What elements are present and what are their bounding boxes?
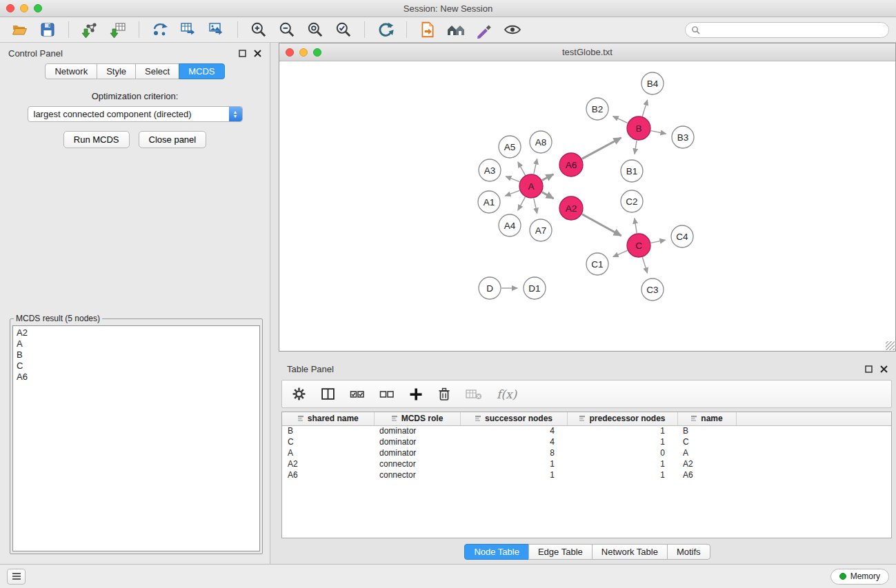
graph-edge[interactable] xyxy=(651,240,666,243)
table-cell[interactable]: dominator xyxy=(374,447,460,458)
table-cell[interactable]: dominator xyxy=(374,436,460,447)
table-cell[interactable]: 1 xyxy=(567,425,677,436)
tab-node-table[interactable]: Node Table xyxy=(464,544,529,560)
table-cell[interactable]: C xyxy=(677,436,736,447)
tab-network[interactable]: Network xyxy=(45,63,97,79)
select-all-columns-button[interactable] xyxy=(350,387,365,401)
zoom-window-button[interactable] xyxy=(34,4,42,12)
table-cell[interactable]: connector xyxy=(374,458,460,469)
tab-mcds[interactable]: MCDS xyxy=(179,63,224,79)
graph-node[interactable]: A7 xyxy=(530,219,552,241)
graph-edge[interactable] xyxy=(506,176,519,182)
zoom-in-button[interactable] xyxy=(246,19,271,40)
graph-node[interactable]: A3 xyxy=(479,159,501,181)
minimize-window-button[interactable] xyxy=(20,4,28,12)
zoom-fit-button[interactable] xyxy=(303,19,328,40)
table-row[interactable]: Bdominator41B xyxy=(282,425,891,436)
graph-node[interactable]: A5 xyxy=(499,136,521,158)
graph-edge[interactable] xyxy=(534,199,537,214)
mcds-result-item[interactable]: A2 xyxy=(17,327,256,338)
table-cell[interactable]: C xyxy=(282,436,374,447)
zoom-window-button[interactable] xyxy=(313,48,321,57)
graph-node[interactable]: B4 xyxy=(641,72,664,94)
mcds-result-item[interactable]: B xyxy=(17,349,256,361)
graph-node[interactable]: D1 xyxy=(524,277,546,299)
table-cell[interactable]: A6 xyxy=(677,469,736,480)
table-cell[interactable]: dominator xyxy=(374,425,460,436)
export-image-button[interactable] xyxy=(204,19,229,40)
graph-node[interactable]: B1 xyxy=(621,160,643,182)
mcds-result-item[interactable]: A xyxy=(17,338,256,349)
table-cell[interactable]: 1 xyxy=(460,458,567,469)
column-header-mcds-role[interactable]: MCDS role xyxy=(374,412,460,425)
import-table-button[interactable] xyxy=(106,19,130,40)
network-graph[interactable]: B4B2BB3A5A8A6B1A3AC2A1A2A4A7C4CC1C3DD1 xyxy=(279,61,895,351)
table-cell[interactable]: 1 xyxy=(567,436,677,447)
graph-edge[interactable] xyxy=(505,190,519,196)
table-cell[interactable]: 8 xyxy=(460,447,567,458)
first-network-button[interactable] xyxy=(415,19,440,40)
table-cell[interactable]: 4 xyxy=(460,436,567,447)
graph-node[interactable]: C3 xyxy=(641,278,664,301)
table-row[interactable]: A2connector11A2 xyxy=(282,458,891,469)
table-cell[interactable]: 0 xyxy=(567,447,677,458)
tab-network-table[interactable]: Network Table xyxy=(592,544,668,560)
delete-table-button[interactable] xyxy=(466,388,482,401)
close-window-button[interactable] xyxy=(6,4,14,12)
memory-button[interactable]: Memory xyxy=(830,569,889,585)
graph-node[interactable]: A8 xyxy=(530,131,552,153)
style-brush-button[interactable] xyxy=(472,19,497,40)
table-cell[interactable]: connector xyxy=(374,469,460,480)
graph-node-mcds[interactable]: B xyxy=(627,116,650,140)
column-header-shared-name[interactable]: shared name xyxy=(282,412,374,425)
table-cell[interactable]: A xyxy=(282,447,374,458)
column-header-predecessor-nodes[interactable]: predecessor nodes xyxy=(567,412,677,425)
table-settings-button[interactable] xyxy=(292,387,306,401)
delete-column-button[interactable] xyxy=(437,387,451,401)
mcds-result-list[interactable]: A2ABCA6 xyxy=(12,325,260,551)
graph-edge[interactable] xyxy=(542,192,554,199)
minimize-window-button[interactable] xyxy=(299,48,308,57)
refresh-button[interactable] xyxy=(373,19,398,40)
add-column-button[interactable] xyxy=(409,387,423,401)
table-cell[interactable]: 4 xyxy=(460,425,567,436)
open-session-button[interactable] xyxy=(7,19,32,40)
export-table-button[interactable] xyxy=(176,19,201,40)
import-network-button[interactable] xyxy=(77,19,102,40)
graph-edge[interactable] xyxy=(542,174,554,181)
node-table-container[interactable]: shared name MCDS role successor nodes pr… xyxy=(281,412,892,538)
mcds-result-item[interactable]: A6 xyxy=(17,372,256,383)
tab-select[interactable]: Select xyxy=(135,63,179,79)
save-session-button[interactable] xyxy=(35,19,60,40)
close-panel-icon[interactable] xyxy=(254,50,261,57)
graph-node[interactable]: C4 xyxy=(671,225,693,247)
tab-motifs[interactable]: Motifs xyxy=(667,544,710,560)
graph-edge[interactable] xyxy=(613,116,628,123)
graph-edge[interactable] xyxy=(613,250,628,256)
network-window-titlebar[interactable]: testGlobe.txt xyxy=(279,43,895,61)
float-panel-icon[interactable] xyxy=(239,50,246,57)
run-mcds-button[interactable]: Run MCDS xyxy=(63,131,130,148)
graph-node-mcds[interactable]: C xyxy=(627,234,650,257)
network-overview-button[interactable] xyxy=(444,19,468,40)
graph-edge[interactable] xyxy=(582,138,621,159)
graph-edge[interactable] xyxy=(518,197,526,210)
global-search-box[interactable] xyxy=(685,22,889,38)
graph-edge[interactable] xyxy=(635,219,637,234)
criterion-dropdown[interactable]: largest connected component (directed) ▲… xyxy=(28,106,243,122)
table-cell[interactable]: 1 xyxy=(460,469,567,480)
graph-node[interactable]: C2 xyxy=(621,190,643,212)
graph-node-mcds[interactable]: A xyxy=(519,174,543,198)
graph-node[interactable]: A1 xyxy=(478,191,500,213)
column-header-name[interactable]: name xyxy=(677,412,736,425)
global-search-input[interactable] xyxy=(704,25,883,34)
function-builder-button[interactable]: f(x) xyxy=(497,387,517,401)
table-cell[interactable]: 1 xyxy=(567,458,677,469)
graph-node-mcds[interactable]: A6 xyxy=(559,153,583,176)
close-window-button[interactable] xyxy=(286,48,294,57)
table-row[interactable]: A6connector11A6 xyxy=(282,469,891,480)
resize-grip[interactable] xyxy=(886,341,895,350)
graph-node[interactable]: A4 xyxy=(499,214,521,236)
graph-edge[interactable] xyxy=(651,131,666,134)
show-columns-button[interactable] xyxy=(321,387,335,401)
